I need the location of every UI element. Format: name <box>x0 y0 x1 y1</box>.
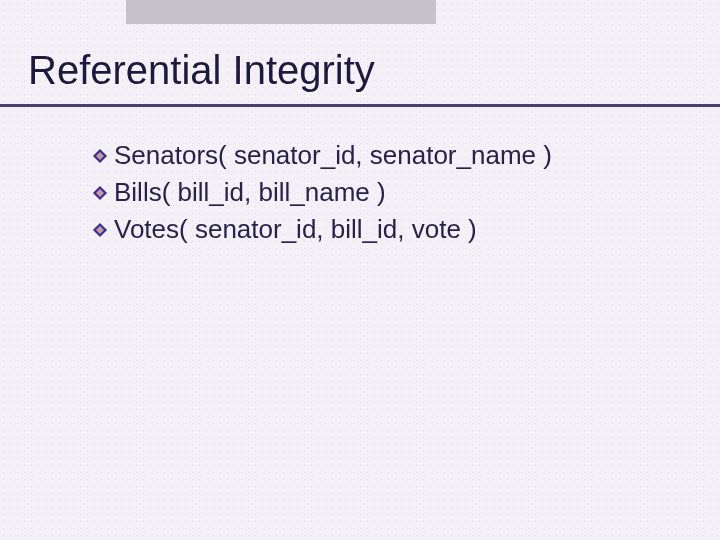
decorative-top-bar <box>126 0 436 24</box>
diamond-bullet-icon <box>92 185 108 201</box>
bullet-text: Votes( senator_id, bill_id, vote ) <box>114 214 477 245</box>
diamond-bullet-icon <box>92 148 108 164</box>
bullet-text: Senators( senator_id, senator_name ) <box>114 140 552 171</box>
bullet-list: Senators( senator_id, senator_name ) Bil… <box>92 140 552 251</box>
list-item: Bills( bill_id, bill_name ) <box>92 177 552 208</box>
bullet-text: Bills( bill_id, bill_name ) <box>114 177 386 208</box>
slide-title: Referential Integrity <box>28 48 375 93</box>
list-item: Votes( senator_id, bill_id, vote ) <box>92 214 552 245</box>
diamond-bullet-icon <box>92 222 108 238</box>
title-underline <box>0 104 720 107</box>
list-item: Senators( senator_id, senator_name ) <box>92 140 552 171</box>
